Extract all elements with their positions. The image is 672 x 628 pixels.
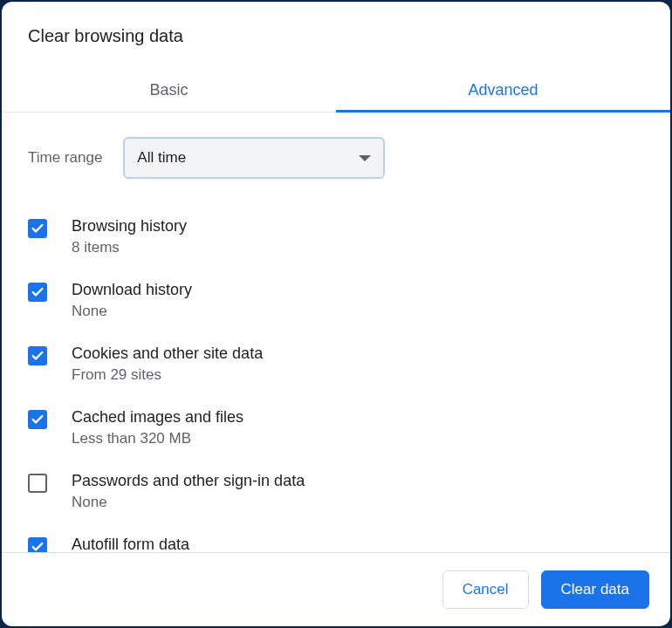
clear-data-button-label: Clear data: [561, 581, 629, 598]
checkbox[interactable]: [28, 219, 47, 238]
list-item: Cookies and other site dataFrom 29 sites: [28, 332, 644, 396]
tab-basic[interactable]: Basic: [2, 69, 336, 112]
tab-basic-label: Basic: [149, 81, 188, 99]
checkbox[interactable]: [28, 283, 47, 302]
list-item: Autofill form data: [28, 523, 644, 552]
item-texts: Passwords and other sign-in dataNone: [72, 472, 305, 511]
list-item: Download historyNone: [28, 269, 644, 332]
dialog-header: Clear browsing data: [2, 2, 670, 57]
item-texts: Cookies and other site dataFrom 29 sites: [72, 345, 263, 384]
time-range-row: Time range All time: [28, 113, 644, 200]
item-texts: Autofill form data: [72, 536, 189, 552]
cancel-button[interactable]: Cancel: [442, 570, 529, 609]
dialog-content[interactable]: Time range All time Browsing history8 it…: [2, 113, 670, 552]
item-texts: Download historyNone: [72, 281, 192, 320]
chevron-down-icon: [359, 155, 371, 161]
time-range-select[interactable]: All time: [123, 137, 385, 179]
tab-bar: Basic Advanced: [2, 69, 670, 113]
item-title: Autofill form data: [72, 536, 189, 552]
item-subtitle: None: [72, 494, 305, 511]
time-range-label: Time range: [28, 149, 102, 167]
checkbox[interactable]: [28, 410, 47, 429]
item-title: Cookies and other site data: [72, 345, 263, 363]
clear-data-items: Browsing history8 itemsDownload historyN…: [28, 200, 644, 552]
item-texts: Cached images and filesLess than 320 MB: [72, 408, 243, 447]
clear-browsing-data-dialog: Clear browsing data Basic Advanced Time …: [2, 2, 670, 626]
tab-advanced-label: Advanced: [468, 81, 538, 99]
dialog-title: Clear browsing data: [28, 26, 644, 46]
list-item: Browsing history8 items: [28, 205, 644, 269]
tab-advanced[interactable]: Advanced: [336, 69, 670, 112]
checkbox[interactable]: [28, 346, 47, 365]
checkbox[interactable]: [28, 474, 47, 493]
item-texts: Browsing history8 items: [72, 217, 187, 256]
list-item: Cached images and filesLess than 320 MB: [28, 396, 644, 460]
clear-data-button[interactable]: Clear data: [541, 570, 649, 609]
item-subtitle: Less than 320 MB: [72, 430, 243, 447]
list-item: Passwords and other sign-in dataNone: [28, 460, 644, 523]
time-range-value: All time: [137, 149, 186, 167]
item-title: Browsing history: [72, 217, 187, 236]
item-subtitle: From 29 sites: [72, 366, 263, 384]
item-title: Passwords and other sign-in data: [72, 472, 305, 490]
item-subtitle: None: [72, 303, 192, 320]
item-subtitle: 8 items: [72, 239, 187, 256]
item-title: Download history: [72, 281, 192, 299]
checkbox[interactable]: [28, 537, 47, 552]
dialog-footer: Cancel Clear data: [2, 552, 670, 626]
cancel-button-label: Cancel: [463, 581, 509, 598]
item-title: Cached images and files: [72, 408, 243, 427]
